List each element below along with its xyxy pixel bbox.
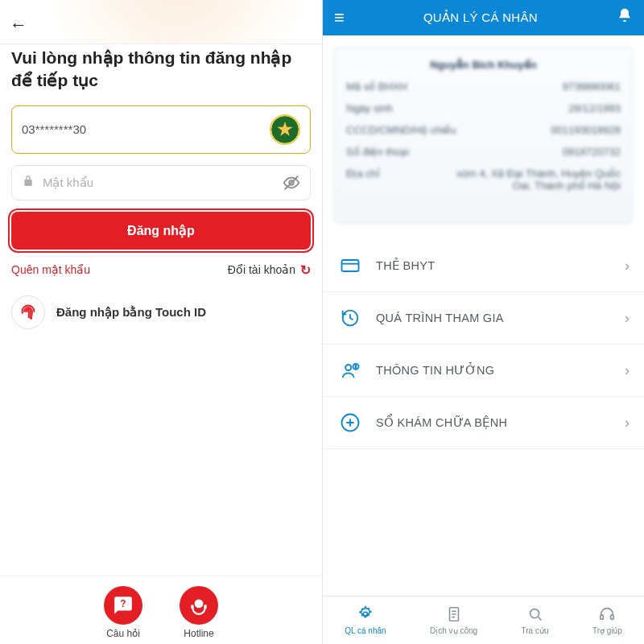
svg-point-3 — [195, 599, 204, 608]
phone-field[interactable] — [11, 105, 311, 154]
chevron-right-icon: › — [625, 310, 630, 327]
gear-icon — [357, 605, 374, 623]
menu-item-participation[interactable]: QUÁ TRÌNH THAM GIA › — [323, 292, 644, 345]
hamburger-menu-icon[interactable]: ≡ — [334, 7, 345, 28]
card-phone-label: Số điện thoại — [346, 146, 409, 158]
svg-rect-4 — [191, 605, 193, 609]
card-addr-label: Địa chỉ — [346, 167, 380, 192]
medical-cross-icon — [337, 410, 363, 436]
card-dob-label: Ngày sinh — [346, 102, 393, 114]
tab-help[interactable]: Trợ giúp — [592, 605, 622, 635]
app-header: ≡ QUẢN LÝ CÁ NHÂN — [323, 0, 644, 35]
menu-list: THẺ BHYT › QUÁ TRÌNH THAM GIA › i THÔNG … — [323, 240, 644, 449]
emblem-badge-icon — [270, 114, 300, 145]
bottom-actions: ? Câu hỏi Hotline — [0, 576, 322, 644]
card-name: Nguyễn Bích Khuyến — [346, 59, 621, 71]
bell-icon[interactable] — [617, 7, 633, 28]
user-info-icon: i — [337, 357, 363, 383]
chevron-right-icon: › — [625, 362, 630, 379]
chevron-right-icon: › — [625, 258, 630, 275]
faq-label: Câu hỏi — [106, 628, 140, 639]
eye-off-icon[interactable] — [283, 174, 300, 192]
card-addr-value: xóm 4, Xã Đại Thành, Huyện Quốc Oai, Thà… — [456, 167, 621, 192]
card-code-label: Mã số BHXH — [346, 80, 407, 93]
menu-label: THÔNG TIN HƯỞNG — [376, 364, 612, 377]
svg-point-14 — [530, 609, 539, 618]
menu-item-bhyt-card[interactable]: THẺ BHYT › — [323, 240, 644, 292]
svg-text:i: i — [355, 365, 356, 369]
menu-label: THẺ BHYT — [376, 259, 612, 272]
card-dob-value: 28/12/1993 — [568, 102, 621, 114]
touch-id-button[interactable]: Đăng nhập bằng Touch ID — [11, 295, 311, 329]
menu-label: SỔ KHÁM CHỮA BỆNH — [376, 416, 612, 429]
card-icon — [337, 253, 363, 279]
switch-account-link[interactable]: Đổi tài khoản ↻ — [228, 262, 311, 278]
faq-button[interactable]: ? Câu hỏi — [104, 586, 142, 639]
clock-arrow-icon — [337, 305, 363, 331]
password-field[interactable] — [11, 165, 311, 200]
tab-public-service[interactable]: Dịch vụ công — [430, 605, 477, 635]
headset-icon — [598, 605, 616, 623]
menu-label: QUÁ TRÌNH THAM GIA — [376, 312, 612, 324]
tab-label: QL cá nhân — [345, 626, 386, 635]
fingerprint-icon — [11, 295, 45, 329]
refresh-icon: ↻ — [300, 262, 311, 278]
svg-rect-15 — [601, 615, 604, 620]
login-button[interactable]: Đăng nhập — [11, 212, 311, 250]
page-title: Vui lòng nhập thông tin đăng nhập để tiế… — [11, 47, 311, 93]
profile-screen: ≡ QUẢN LÝ CÁ NHÂN Nguyễn Bích Khuyến Mã … — [322, 0, 644, 644]
card-cccd-value: 001193018928 — [551, 124, 621, 136]
tab-label: Trợ giúp — [592, 626, 622, 635]
personal-info-card: Nguyễn Bích Khuyến Mã số BHXH9736880061 … — [334, 47, 633, 224]
svg-rect-6 — [342, 260, 359, 271]
forgot-password-link[interactable]: Quên mật khẩu — [11, 263, 90, 276]
headset-icon — [180, 586, 218, 625]
svg-rect-5 — [204, 605, 207, 609]
bottom-tab-bar: QL cá nhân Dịch vụ công Tra cứu Trợ giúp — [323, 596, 644, 644]
tab-lookup[interactable]: Tra cứu — [522, 605, 549, 635]
header-title: QUẢN LÝ CÁ NHÂN — [423, 10, 538, 25]
card-code-value: 9736880061 — [563, 80, 621, 93]
chevron-right-icon: › — [625, 415, 630, 431]
svg-rect-16 — [611, 615, 614, 620]
tab-label: Dịch vụ công — [430, 626, 477, 635]
back-arrow-icon[interactable]: ← — [10, 14, 27, 35]
phone-input[interactable] — [22, 122, 262, 136]
hotline-button[interactable]: Hotline — [180, 586, 218, 639]
menu-item-benefit-info[interactable]: i THÔNG TIN HƯỞNG › — [323, 345, 644, 397]
hotline-label: Hotline — [184, 628, 213, 639]
document-icon — [445, 605, 463, 623]
card-phone-value: 0918720732 — [563, 146, 621, 158]
svg-point-8 — [345, 365, 351, 370]
touch-id-label: Đăng nhập bằng Touch ID — [56, 305, 206, 320]
password-input[interactable] — [43, 175, 275, 189]
switch-account-label: Đổi tài khoản — [228, 263, 295, 276]
tab-label: Tra cứu — [522, 626, 549, 635]
search-icon — [526, 605, 544, 623]
question-bubble-icon: ? — [104, 586, 142, 625]
lock-icon — [22, 175, 35, 191]
tab-personal[interactable]: QL cá nhân — [345, 605, 386, 635]
svg-text:?: ? — [120, 598, 126, 609]
menu-item-medical-record[interactable]: SỔ KHÁM CHỮA BỆNH › — [323, 397, 644, 449]
login-screen: ← Vui lòng nhập thông tin đăng nhập để t… — [0, 0, 322, 644]
card-cccd-label: CCCD/CMND/Hộ chiếu — [346, 124, 456, 136]
